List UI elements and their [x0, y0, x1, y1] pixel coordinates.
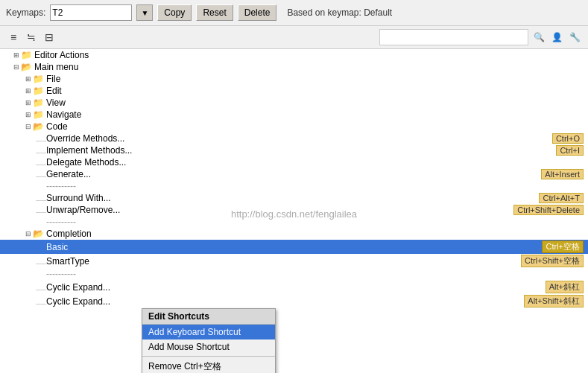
tree-item-view[interactable]: ⊞ 📁 View [0, 97, 588, 109]
expander-placeholder [30, 257, 36, 266]
expander-placeholder [30, 170, 36, 179]
unwrap-label: Unwrap/Remove... [46, 205, 513, 215]
expander-main-menu: ⊟ [12, 63, 21, 71]
keymap-input[interactable] [50, 4, 132, 21]
settings-icon[interactable]: 🔧 [567, 30, 582, 45]
sep2-label: ---------- [46, 217, 588, 227]
expander-placeholder [30, 205, 36, 214]
context-menu-header: Edit Shortcuts [142, 309, 275, 325]
implement-label: Implement Methods... [46, 145, 556, 156]
tree-item-main-menu[interactable]: ⊟ 📂 Main menu [0, 61, 588, 73]
context-menu: Edit Shortcuts Add Keyboard Shortcut Add… [142, 308, 276, 373]
generate-shortcut: Alt+Insert [541, 169, 584, 179]
folder-icon: 📁 [33, 86, 44, 96]
user-icon[interactable]: 👤 [549, 30, 564, 45]
folder-icon: 📁 [33, 109, 44, 120]
main-content: http://blog.csdn.net/fenglailea ⊞ 📁 Edit… [0, 49, 588, 373]
code-label: Code [46, 121, 588, 132]
implement-shortcut: Ctrl+I [556, 145, 584, 156]
toolbar: ≡ ≒ ⊟ 🔍 👤 🔧 [0, 26, 588, 49]
expand-all-icon[interactable]: ≡ [6, 30, 21, 45]
expander-completion: ⊟ [24, 229, 33, 238]
context-menu-add-mouse[interactable]: Add Mouse Shortcut [142, 339, 275, 354]
tree-item-unwrap[interactable]: Unwrap/Remove... Ctrl+Shift+Delete [0, 204, 588, 216]
basic-label: Basic [46, 242, 542, 252]
top-bar: Keymaps: ▼ Copy Reset Delete Based on ke… [0, 0, 588, 26]
tree-item-editor-actions[interactable]: ⊞ 📁 Editor Actions [0, 49, 588, 61]
cyclic2-label: Cyclic Expand... [46, 296, 524, 307]
unwrap-shortcut: Ctrl+Shift+Delete [513, 205, 584, 215]
context-menu-add-keyboard[interactable]: Add Keyboard Shortcut [142, 325, 275, 339]
edit-label: Edit [46, 86, 588, 96]
expander-placeholder [30, 134, 36, 143]
expander-placeholder [30, 283, 36, 292]
tree-separator-1: ---------- [0, 180, 588, 192]
folder-icon: 📂 [21, 62, 32, 72]
tree-item-basic[interactable]: Basic Ctrl+空格 [0, 240, 588, 254]
basic-shortcut: Ctrl+空格 [542, 240, 584, 253]
expander-editor-actions: ⊞ [12, 51, 21, 60]
expander-placeholder [30, 146, 36, 155]
cyclic2-shortcut: Alt+Shift+斜杠 [524, 295, 584, 307]
tree-item-generate[interactable]: Generate... Alt+Insert [0, 168, 588, 180]
tree-item-edit[interactable]: ⊞ 📁 Edit [0, 85, 588, 97]
folder-icon: 📁 [21, 50, 32, 60]
tree-item-cyclic1[interactable]: Cyclic Expand... Alt+斜杠 [0, 280, 588, 294]
smarttype-shortcut: Ctrl+Shift+空格 [521, 255, 584, 267]
search-icon[interactable]: 🔍 [531, 30, 546, 45]
editor-actions-label: Editor Actions [34, 50, 588, 60]
main-menu-label: Main menu [34, 62, 588, 72]
expander-placeholder [30, 194, 36, 203]
tree-panel: http://blog.csdn.net/fenglailea ⊞ 📁 Edit… [0, 49, 588, 373]
expander-placeholder [30, 158, 36, 167]
folder-icon: 📁 [33, 98, 44, 108]
surround-label: Surround With... [46, 193, 539, 203]
copy-button[interactable]: Copy [157, 4, 192, 21]
tree-separator-2: ---------- [0, 216, 588, 228]
search-area: 🔍 👤 🔧 [379, 29, 582, 45]
tree-item-override[interactable]: Override Methods... Ctrl+O [0, 133, 588, 144]
cyclic1-shortcut: Alt+斜杠 [546, 281, 584, 293]
delegate-label: Delegate Methods... [46, 157, 588, 168]
delete-button[interactable]: Delete [238, 4, 277, 21]
keymap-dropdown-arrow[interactable]: ▼ [136, 4, 153, 21]
tree-item-navigate[interactable]: ⊞ 📁 Navigate [0, 109, 588, 121]
expander-placeholder [30, 243, 36, 252]
tree-item-code[interactable]: ⊟ 📂 Code [0, 121, 588, 133]
context-menu-separator [142, 356, 275, 357]
tree-separator-3: ---------- [0, 268, 588, 280]
tree-item-smarttype[interactable]: SmartType Ctrl+Shift+空格 [0, 254, 588, 268]
expander-edit: ⊞ [24, 86, 33, 95]
based-text: Based on keymap: Default [287, 7, 392, 18]
reset-button[interactable]: Reset [196, 4, 233, 21]
tree-item-surround[interactable]: Surround With... Ctrl+Alt+T [0, 192, 588, 204]
sep3-label: ---------- [46, 269, 588, 279]
expander-file: ⊞ [24, 74, 33, 83]
folder-icon: 📁 [33, 74, 44, 84]
search-input[interactable] [379, 29, 528, 45]
tree-item-delegate[interactable]: Delegate Methods... [0, 156, 588, 168]
view-label: View [46, 98, 588, 108]
tree-item-implement[interactable]: Implement Methods... Ctrl+I [0, 144, 588, 156]
tree-item-completion[interactable]: ⊟ 📂 Completion [0, 228, 588, 240]
expander-code: ⊟ [24, 122, 33, 131]
folder-icon: 📂 [33, 121, 44, 132]
navigate-label: Navigate [46, 109, 588, 120]
surround-shortcut: Ctrl+Alt+T [539, 193, 584, 203]
context-menu-remove[interactable]: Remove Ctrl+空格 [142, 358, 275, 373]
folder-icon: 📂 [33, 229, 44, 239]
expander-placeholder [30, 297, 36, 306]
keymap-label: Keymaps: [6, 7, 45, 18]
smarttype-label: SmartType [46, 256, 521, 267]
override-label: Override Methods... [46, 133, 552, 144]
filter-icon[interactable]: ⊟ [42, 30, 57, 45]
sep1-label: ---------- [46, 181, 588, 191]
expander-view: ⊞ [24, 98, 33, 107]
tree-item-cyclic2[interactable]: Cyclic Expand... Alt+Shift+斜杠 [0, 294, 588, 308]
override-shortcut: Ctrl+O [552, 133, 584, 144]
expander-navigate: ⊞ [24, 110, 33, 119]
collapse-all-icon[interactable]: ≒ [24, 30, 39, 45]
generate-label: Generate... [46, 169, 541, 179]
tree-item-file[interactable]: ⊞ 📁 File [0, 73, 588, 85]
completion-label: Completion [46, 229, 588, 239]
